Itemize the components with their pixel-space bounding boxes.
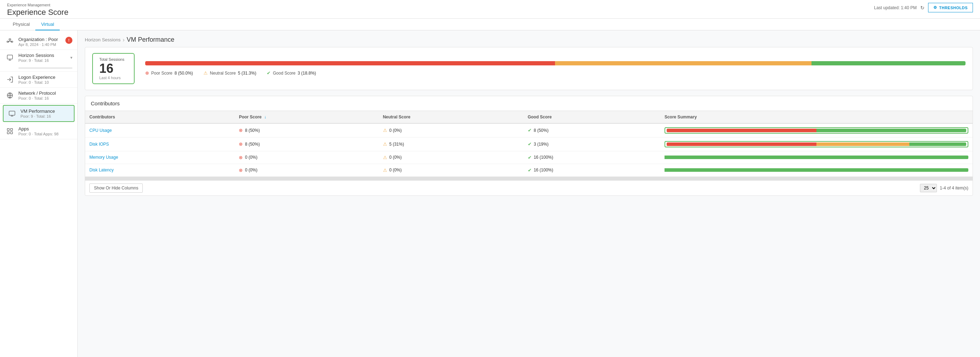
good-score-icon: ✔ [528, 155, 532, 160]
breadcrumb: Horizon Sessions › VM Performance [85, 36, 973, 43]
pagination-info: 1-4 of 4 item(s) [940, 186, 968, 191]
col-poor-score[interactable]: Poor Score ↓ [235, 111, 379, 123]
contributor-link[interactable]: CPU Usage [89, 128, 111, 133]
org-icon [5, 37, 15, 47]
cell-score-summary [660, 137, 972, 151]
mini-score-bar [667, 142, 966, 146]
good-score-value: 3 (18.8%) [298, 71, 316, 76]
score-bar-green [811, 61, 966, 65]
cell-poor-score: ⊗ 8 (50%) [235, 123, 379, 137]
breadcrumb-current: VM Performance [126, 36, 174, 43]
table-row: Disk Latency ⊗ 0 (0%) ⚠ 0 (0%) ✔ 16 (100… [85, 164, 972, 176]
contributors-section: Contributors Contributors Poor Score ↓ N… [85, 96, 973, 196]
total-sessions-sub: Last 4 hours [99, 76, 127, 80]
per-page-select[interactable]: 25 [920, 184, 937, 192]
cell-good-score: ✔ 16 (100%) [523, 151, 660, 164]
neutral-score-value: 5 (31.3%) [238, 71, 256, 76]
table-wrapper: Contributors Poor Score ↓ Neutral Score … [85, 111, 972, 177]
show-hide-columns-button[interactable]: Show Or Hide Columns [89, 183, 143, 193]
table-row: Disk IOPS ⊗ 8 (50%) ⚠ 5 (31%) ✔ 3 (19%) [85, 137, 972, 151]
svg-rect-15 [8, 129, 10, 131]
cell-neutral-score: ⚠ 5 (31%) [379, 137, 523, 151]
contributors-table: Contributors Poor Score ↓ Neutral Score … [85, 111, 972, 177]
tab-physical[interactable]: Physical [7, 19, 35, 30]
poor-score-icon: ⊗ [239, 128, 243, 133]
cell-contributor[interactable]: Memory Usage [85, 151, 235, 164]
col-score-summary: Score Summary [660, 111, 972, 123]
poor-score-icon: ⊗ [239, 167, 243, 173]
sidebar-apps-sublabel: Poor: 0 · Total Apps: 98 [18, 132, 72, 136]
refresh-icon[interactable]: ↻ [920, 5, 924, 11]
last-updated-text: Last updated: 1:40 PM [874, 5, 917, 10]
sidebar-item-network-protocol[interactable]: Network / Protocol Poor: 0 · Total: 16 [0, 88, 77, 104]
thresholds-icon: ⚙ [933, 5, 937, 10]
good-score-icon: ✔ [528, 141, 532, 147]
cell-neutral-score: ⚠ 0 (0%) [379, 151, 523, 164]
error-badge: ! [65, 37, 72, 44]
sidebar-vm-label: VM Performance [21, 108, 70, 114]
breadcrumb-top: Experience Management [7, 3, 68, 7]
cell-neutral-score: ⚠ 0 (0%) [379, 123, 523, 137]
cell-contributor[interactable]: CPU Usage [85, 123, 235, 137]
sidebar-item-logon-experience[interactable]: Logon Experience Poor: 0 · Total: 10 [0, 72, 77, 88]
cell-poor-score: ⊗ 0 (0%) [235, 151, 379, 164]
top-header: Experience Management Experience Score L… [0, 0, 980, 19]
poor-icon: ⊗ [145, 70, 149, 76]
poor-score-icon: ⊗ [239, 141, 243, 147]
sidebar-sessions-sublabel: Poor: 9 · Total: 16 [18, 58, 67, 62]
svg-rect-16 [11, 129, 13, 131]
table-footer: Show Or Hide Columns 25 1-4 of 4 item(s) [85, 180, 972, 196]
good-score-icon: ✔ [528, 167, 532, 173]
score-summary-section: ⊗ Poor Score 8 (50.0%) ⚠ Neutral Score 5… [145, 61, 966, 76]
tabs-row: Physical Virtual [0, 19, 980, 30]
total-sessions-count: 16 [99, 62, 127, 76]
cell-contributor[interactable]: Disk IOPS [85, 137, 235, 151]
contributor-link[interactable]: Memory Usage [89, 155, 118, 160]
svg-rect-6 [8, 55, 13, 59]
svg-rect-12 [9, 111, 15, 115]
sidebar-network-label: Network / Protocol [18, 91, 72, 96]
network-icon [5, 91, 15, 100]
sidebar-item-vm-performance[interactable]: VM Performance Poor: 9 · Total: 16 [3, 105, 75, 122]
contributor-link[interactable]: Disk IOPS [89, 142, 109, 147]
neutral-icon: ⚠ [204, 70, 208, 76]
content-area: Horizon Sessions › VM Performance Total … [78, 30, 980, 357]
main-layout: Organization : Poor Apr 8, 2024 · 1:40 P… [0, 30, 980, 357]
neutral-score-icon: ⚠ [383, 141, 387, 147]
contributor-link[interactable]: Disk Latency [89, 167, 114, 172]
table-row: Memory Usage ⊗ 0 (0%) ⚠ 0 (0%) ✔ 16 (100… [85, 151, 972, 164]
sidebar-item-organization[interactable]: Organization : Poor Apr 8, 2024 · 1:40 P… [0, 34, 77, 50]
sidebar-logon-sublabel: Poor: 0 · Total: 10 [18, 80, 72, 84]
page-title: Experience Score [7, 8, 68, 17]
mini-score-bar [665, 156, 968, 159]
chevron-down-icon: ▾ [70, 55, 72, 60]
thresholds-button[interactable]: ⚙ THRESHOLDS [928, 3, 973, 13]
sidebar-apps-label: Apps [18, 126, 72, 131]
total-sessions-box: Total Sessions 16 Last 4 hours [92, 53, 135, 84]
col-neutral-score: Neutral Score [379, 111, 523, 123]
mini-score-bar [665, 168, 968, 172]
horizontal-scrollbar[interactable] [85, 177, 972, 180]
score-bar-row [145, 61, 966, 65]
sidebar-item-apps[interactable]: Apps Poor: 0 · Total Apps: 98 [0, 123, 77, 139]
cell-contributor[interactable]: Disk Latency [85, 164, 235, 176]
svg-rect-18 [11, 132, 13, 134]
cell-good-score: ✔ 8 (50%) [523, 123, 660, 137]
poor-score-legend: ⊗ Poor Score 8 (50.0%) [145, 70, 193, 76]
sessions-icon [5, 53, 15, 62]
cell-score-summary [660, 123, 972, 137]
table-header-row: Contributors Poor Score ↓ Neutral Score … [85, 111, 972, 123]
tab-virtual[interactable]: Virtual [35, 19, 60, 30]
breadcrumb-link[interactable]: Horizon Sessions [85, 37, 121, 42]
neutral-score-label: Neutral Score [210, 71, 235, 76]
good-icon: ✔ [267, 70, 270, 76]
mini-score-bar [667, 129, 966, 132]
sidebar-item-horizon-sessions[interactable]: Horizon Sessions Poor: 9 · Total: 16 ▾ [0, 50, 77, 72]
cell-poor-score: ⊗ 0 (0%) [235, 164, 379, 176]
sidebar-logon-label: Logon Experience [18, 75, 72, 80]
neutral-score-legend: ⚠ Neutral Score 5 (31.3%) [204, 70, 256, 76]
header-right: Last updated: 1:40 PM ↻ ⚙ THRESHOLDS [874, 3, 973, 13]
score-bar-yellow [555, 61, 811, 65]
contributors-title: Contributors [85, 96, 972, 111]
breadcrumb-sep: › [123, 37, 124, 43]
